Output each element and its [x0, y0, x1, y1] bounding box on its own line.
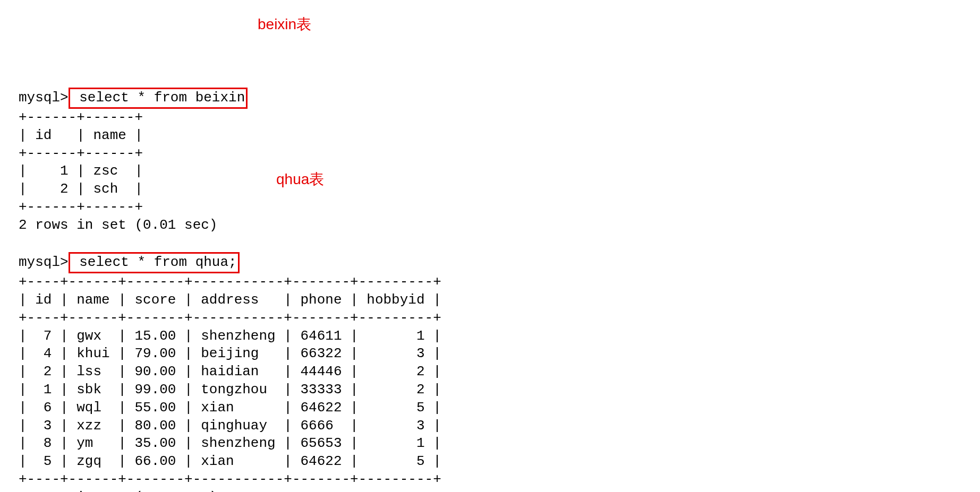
query-beixin-highlight: select * from beixin — [69, 88, 248, 109]
table-divider: +------+------+ — [19, 199, 143, 215]
query-beixin-text: select * from beixin — [71, 90, 245, 106]
mysql-prompt: mysql> — [19, 90, 69, 106]
table-header: | id | name | — [19, 127, 143, 143]
table-divider: +------+------+ — [19, 145, 143, 161]
result-footer: 8 rows in set (0.00 sec) — [19, 489, 217, 492]
table-row: | 1 | zsc | — [19, 163, 143, 179]
table-row: | 1 | sbk | 99.00 | tongzhou | 33333 | 2… — [19, 382, 441, 398]
mysql-prompt: mysql> — [19, 254, 69, 270]
table-divider: +----+------+-------+-----------+-------… — [19, 310, 441, 326]
query-qhua-highlight: select * from qhua; — [69, 252, 240, 273]
table-header: | id | name | score | address | phone | … — [19, 292, 441, 308]
table-row: | 2 | lss | 90.00 | haidian | 44446 | 2 … — [19, 364, 441, 379]
table-row: | 6 | wql | 55.00 | xian | 64622 | 5 | — [19, 400, 441, 416]
query-qhua-text: select * from qhua; — [71, 254, 237, 270]
table-row: | 8 | ym | 35.00 | shenzheng | 65653 | 1… — [19, 435, 441, 451]
table-divider: +----+------+-------+-----------+-------… — [19, 274, 441, 290]
annotation-beixin: beixin表 — [258, 15, 311, 34]
table-row: | 5 | zgq | 66.00 | xian | 64622 | 5 | — [19, 453, 441, 469]
table-row: | 3 | xzz | 80.00 | qinghuay | 6666 | 3 … — [19, 418, 441, 434]
table-row: | 7 | gwx | 15.00 | shenzheng | 64611 | … — [19, 328, 441, 344]
annotation-qhua: qhua表 — [276, 170, 324, 189]
table-divider: +----+------+-------+-----------+-------… — [19, 471, 441, 487]
table-row: | 4 | khui | 79.00 | beijing | 66322 | 3… — [19, 346, 441, 361]
result-footer: 2 rows in set (0.01 sec) — [19, 217, 217, 233]
table-divider: +------+------+ — [19, 109, 143, 125]
terminal-output: mysql> select * from beixin +------+----… — [19, 88, 961, 492]
table-row: | 2 | sch | — [19, 181, 143, 197]
